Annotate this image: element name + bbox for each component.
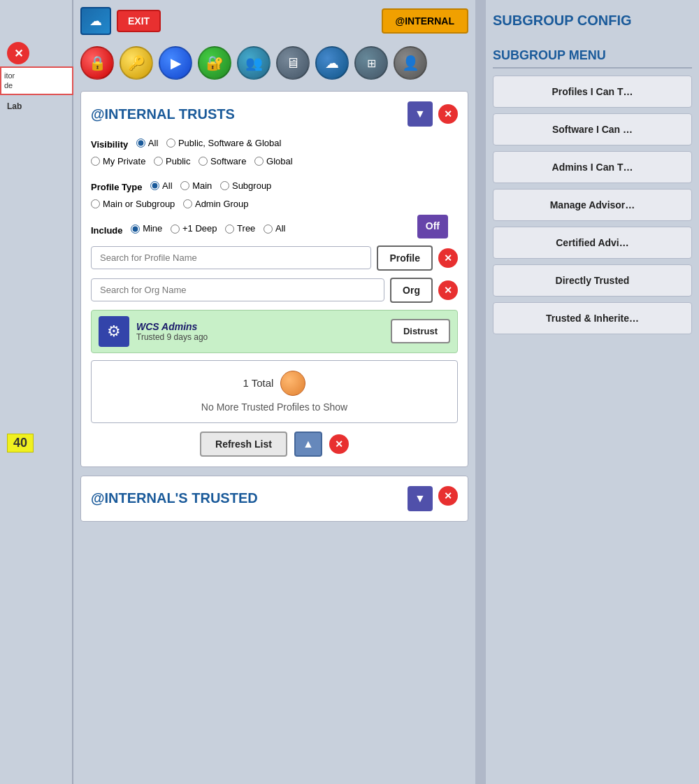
trusted-item-sub: Trusted 9 days ago — [136, 332, 384, 342]
include-all[interactable]: All — [264, 220, 285, 236]
search-org-row: Org ✕ — [91, 278, 458, 303]
cloud-button[interactable]: ☁ — [80, 7, 111, 35]
toolbar: ☁ EXIT @INTERNAL — [80, 7, 468, 35]
cloud-toolbar-icon: ☁ — [89, 13, 102, 29]
visibility-my-private[interactable]: My Private — [91, 153, 145, 169]
trusted-item-gear-icon: ⚙ — [99, 316, 129, 347]
icon-row: 🔒 🔑 ▶ 🔐 👥 🖥 ☁ ⊞ 👤 — [80, 43, 468, 83]
profile-type-main[interactable]: Main — [180, 178, 212, 194]
trusted-item-info: WCS Admins Trusted 9 days ago — [136, 321, 384, 342]
include-mine[interactable]: Mine — [131, 220, 162, 236]
profile-type-subgroup[interactable]: Subgroup — [220, 178, 271, 194]
menu-item-profiles-i-can[interactable]: Profiles I Can T… — [493, 76, 692, 108]
profile-type-label: Profile Type — [91, 182, 142, 192]
clear-profile-icon: ✕ — [444, 252, 452, 264]
filter-button[interactable]: ▼ — [408, 101, 433, 127]
visibility-section: Visibility All Public, Software & Global… — [91, 135, 458, 171]
exit-button[interactable]: EXIT — [117, 10, 161, 32]
left-sidebar: ✕ itor de Lab 40 — [0, 0, 73, 784]
menu-item-software-i-can[interactable]: Software I Can … — [493, 113, 692, 145]
visibility-software[interactable]: Software — [199, 153, 246, 169]
trusts-panel: @INTERNAL TRUSTS ▼ ✕ Visibility All Publ… — [80, 91, 468, 467]
visibility-global[interactable]: Global — [254, 153, 293, 169]
lock-icon-button[interactable]: 🔒 — [80, 46, 114, 80]
sidebar-info-box: itor de — [0, 66, 73, 95]
trusts-panel-title: @INTERNAL TRUSTS ▼ ✕ — [91, 101, 458, 127]
subgroup-menu-title: SUBGROUP MENU — [493, 44, 692, 69]
org-search-button[interactable]: Org — [390, 278, 433, 303]
include-label: Include — [91, 225, 123, 236]
sidebar-close-button[interactable]: ✕ — [7, 42, 29, 64]
profile-type-main-or-subgroup[interactable]: Main or Subgroup — [91, 196, 175, 212]
menu-item-manage-advisor[interactable]: Manage Advisor… — [493, 189, 692, 221]
bottom-close-button[interactable]: ✕ — [329, 434, 349, 454]
sidebar-label1: itor — [4, 71, 69, 80]
trusted-section-panel: @INTERNAL'S TRUSTED ▼ ✕ — [80, 476, 468, 522]
trusts-panel-controls: ▼ ✕ — [408, 101, 458, 127]
summary-total-text: 1 Total — [243, 377, 274, 389]
distrust-button[interactable]: Distrust — [391, 319, 450, 343]
cloud-icon-button[interactable]: ☁ — [315, 46, 349, 80]
trusted-section-close-icon: ✕ — [444, 490, 452, 501]
include-section: Include Mine +1 Deep Tree All Off — [91, 220, 458, 238]
trusted-item-name: WCS Admins — [136, 321, 384, 332]
sidebar-lab-label: Lab — [7, 101, 22, 111]
internal-button[interactable]: @INTERNAL — [382, 8, 468, 34]
profile-type-admin-group[interactable]: Admin Group — [183, 196, 249, 212]
visibility-all[interactable]: All — [136, 135, 158, 151]
trusted-item: ⚙ WCS Admins Trusted 9 days ago Distrust — [91, 310, 458, 353]
clear-org-button[interactable]: ✕ — [438, 280, 458, 300]
menu-item-admins-i-can[interactable]: Admins I Can T… — [493, 151, 692, 183]
include-plus1deep[interactable]: +1 Deep — [171, 220, 217, 236]
search-profile-row: Profile ✕ — [91, 245, 458, 271]
profile-type-all[interactable]: All — [150, 178, 172, 194]
menu-item-certified-advi[interactable]: Certified Advi… — [493, 227, 692, 259]
key-icon-button[interactable]: 🔑 — [120, 46, 153, 80]
off-toggle-button[interactable]: Off — [417, 215, 448, 238]
search-org-input[interactable] — [91, 278, 384, 301]
search-profile-input[interactable] — [91, 246, 371, 269]
summary-circle-icon — [280, 371, 305, 396]
clear-org-icon: ✕ — [444, 285, 452, 296]
menu-item-trusted-and-inherited[interactable]: Trusted & Inherite… — [493, 302, 692, 334]
trusted-section-controls: ▼ ✕ — [408, 486, 458, 511]
trusted-section-close-button[interactable]: ✕ — [438, 486, 458, 506]
profile-type-section: Profile Type All Main Subgroup Main or S… — [91, 178, 458, 213]
bottom-row: Refresh List ▲ ✕ — [91, 432, 458, 457]
trusted-section-filter-icon: ▼ — [415, 492, 426, 505]
menu-item-directly-trusted[interactable]: Directly Trusted — [493, 264, 692, 297]
people-icon-button[interactable]: 👥 — [237, 46, 271, 80]
trusts-close-icon: ✕ — [444, 108, 452, 120]
summary-no-more-text: No More Trusted Profiles to Show — [101, 401, 447, 413]
config-title: SUBGROUP CONFIG — [493, 7, 692, 34]
trusts-close-button[interactable]: ✕ — [438, 104, 458, 124]
shield-icon-button[interactable]: 🔐 — [198, 46, 231, 80]
trusted-section-filter-button[interactable]: ▼ — [408, 486, 433, 511]
refresh-list-button[interactable]: Refresh List — [200, 432, 287, 457]
visibility-label: Visibility — [91, 139, 128, 150]
main-content: ☁ EXIT @INTERNAL 🔒 🔑 ▶ 🔐 👥 🖥 ☁ ⊞ 👤 @INTE… — [73, 0, 475, 784]
trusts-title-text: @INTERNAL TRUSTS — [91, 106, 235, 122]
summary-box: 1 Total No More Trusted Profiles to Show — [91, 360, 458, 423]
person-icon-button[interactable]: 👤 — [394, 46, 427, 80]
play-icon-button[interactable]: ▶ — [159, 46, 192, 80]
filter-icon: ▼ — [415, 108, 426, 120]
visibility-public[interactable]: Public — [154, 153, 190, 169]
clear-profile-button[interactable]: ✕ — [438, 248, 458, 268]
grid-icon-button[interactable]: ⊞ — [354, 46, 388, 80]
monitor-icon-button[interactable]: 🖥 — [276, 46, 310, 80]
close-icon: ✕ — [14, 47, 23, 60]
sidebar-label2: de — [4, 80, 69, 90]
scroll-up-button[interactable]: ▲ — [294, 432, 322, 457]
visibility-public-software-global[interactable]: Public, Software & Global — [166, 135, 281, 151]
trusted-section-title: @INTERNAL'S TRUSTED — [91, 490, 258, 506]
sidebar-number: 40 — [7, 434, 34, 452]
summary-total: 1 Total — [101, 371, 447, 396]
right-panel: SUBGROUP CONFIG SUBGROUP MENU Profiles I… — [486, 0, 699, 784]
bottom-close-icon: ✕ — [335, 439, 343, 450]
profile-search-button[interactable]: Profile — [377, 245, 433, 271]
include-tree[interactable]: Tree — [225, 220, 255, 236]
